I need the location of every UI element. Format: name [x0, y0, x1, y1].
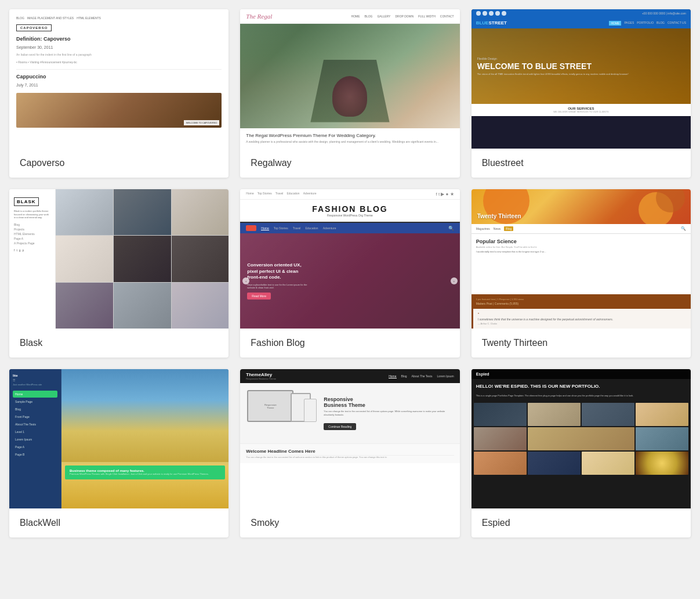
fashionblog-topbar: HomeTop StoriesTravelEducationAdventure … — [240, 189, 459, 200]
blask-nav-blog: Blog — [14, 223, 50, 226]
blask-photo-1 — [56, 189, 113, 235]
smoky-cta-button[interactable]: Continue Reading — [324, 423, 356, 430]
blask-logo: BLASK — [14, 197, 39, 206]
regalway-hero — [240, 24, 459, 128]
theme-card-blask[interactable]: BLASK Blask is a modern portfolio theme … — [9, 189, 229, 358]
bluestreet-nav: BLUESTREET HOME PAGESPORTFOLIOBLOGCONTAC… — [471, 17, 691, 28]
theme-card-smoky[interactable]: ThemeAlley Responsive Business Theme Hom… — [240, 369, 459, 537]
blask-social: f t g p — [14, 248, 50, 252]
blackwell-site-sub: Just another WordPress site — [13, 383, 57, 386]
capoverso-cta: WELCOME TO CAPOVERSO — [184, 120, 220, 125]
blackwell-menu-level[interactable]: Level 1 — [13, 428, 57, 435]
blackwell-menu-sample[interactable]: Sample Page — [13, 398, 57, 405]
fashionblog-prev-arrow[interactable]: ‹ — [242, 277, 249, 284]
bluestreet-nav-items: HOME PAGESPORTFOLIOBLOGCONTACT US — [609, 21, 686, 26]
espied-subtext: This is a single page Portfolios Page Te… — [471, 394, 691, 400]
blackwell-hero-image — [61, 369, 229, 462]
theme-preview-blackwell: lite ☰ Just another WordPress site Home … — [9, 369, 229, 508]
blackwell-site-title: lite — [13, 374, 57, 377]
espied-photo-11 — [636, 452, 688, 475]
bluestreet-contact: +00 000 000 0000 | info@site.com — [642, 12, 686, 15]
smoky-laptop: ResponsiveTheme — [247, 390, 293, 422]
smoky-nav: ThemeAlley Responsive Business Theme Hom… — [240, 369, 459, 383]
theme-preview-smoky: ThemeAlley Responsive Business Theme Hom… — [240, 369, 459, 508]
smoky-welcome: Welcome Headline Comes Here You can chan… — [240, 443, 459, 463]
smoky-devices: ResponsiveTheme — [247, 390, 317, 436]
blask-description: Blask is a modern portfolio theme focuse… — [14, 210, 50, 219]
espied-photo-4 — [636, 403, 688, 426]
smoky-logo: ThemeAlley — [246, 372, 276, 377]
espied-photo-6 — [528, 427, 634, 450]
blask-photo-7 — [56, 283, 113, 329]
theme-card-twentythirteen[interactable]: Twenty Thirteen MagazinesNewsBlog 🔍 Popu… — [471, 189, 691, 358]
blask-photo-grid — [56, 189, 229, 329]
theme-card-bluestreet[interactable]: +00 000 000 0000 | info@site.com BLUESTR… — [471, 9, 691, 178]
blackwell-menu-front[interactable]: Front Page — [13, 413, 57, 420]
regalway-tagline: The Regal WordPress Premium Theme For We… — [246, 133, 454, 138]
bluestreet-services: OUR SERVICES WE DELIVER GREAT SERVICES T… — [471, 104, 691, 116]
theme-grid: BLOGIMAGE PLACEMENT AND STYLESHTML ELEME… — [9, 9, 691, 537]
espied-photo-2 — [528, 403, 581, 426]
theme-preview-bluestreet: +00 000 000 0000 | info@site.com BLUESTR… — [471, 9, 691, 149]
bluestreet-hero: Flexible Design WELCOME TO BLUE STREET T… — [471, 28, 691, 104]
blask-nav-page: A Projects Page — [14, 241, 50, 245]
espied-photo-8 — [474, 452, 527, 475]
theme-label-espied: Espied — [471, 508, 691, 537]
bluestreet-services-text: WE DELIVER GREAT SERVICES TO OUR CLIENTS — [476, 110, 686, 113]
theme-label-fashionblog: Fashion Blog — [240, 329, 459, 358]
twentythirteen-quote: I sometimes think that the universe is a… — [478, 317, 686, 321]
fashionblog-next-arrow[interactable]: › — [451, 277, 458, 284]
theme-card-blackwell[interactable]: lite ☰ Just another WordPress site Home … — [9, 369, 229, 537]
capoverso-hero-image: WELCOME TO CAPOVERSO — [16, 93, 222, 128]
theme-preview-regalway: The Regal HOMEBLOGGALLERYDROP DOWNFULL W… — [240, 9, 459, 149]
blask-photo-2 — [114, 189, 171, 235]
espied-headline: HELLO! WE'RE ESPIED. THIS IS OUR NEW POR… — [471, 379, 691, 394]
blackwell-menu-about[interactable]: About The Tests — [13, 421, 57, 428]
smoky-hero-content: ResponsiveBusiness Theme You can change … — [324, 396, 452, 430]
blask-photo-6 — [172, 236, 229, 282]
twentythirteen-brown-band: 1 per featured item | 1 Response | 1,951… — [471, 294, 691, 309]
theme-label-blask: Blask — [9, 329, 229, 358]
twentythirteen-post-meta: Available online for free. But Simple. Y… — [476, 246, 686, 248]
capoverso-post1-text: An Italian word for the indent in the fi… — [16, 53, 222, 57]
bluestreet-social — [476, 11, 506, 16]
theme-label-twentythirteen: Twenty Thirteen — [471, 329, 691, 358]
fashionblog-cta-button[interactable]: Read More — [247, 293, 271, 300]
theme-preview-twentythirteen: Twenty Thirteen MagazinesNewsBlog 🔍 Popu… — [471, 189, 691, 329]
espied-photo-5 — [474, 427, 527, 450]
regalway-logo: The Regal — [246, 13, 272, 20]
blackwell-menu-pageb[interactable]: Page B — [13, 451, 57, 458]
blackwell-menu-blog[interactable]: Blog — [13, 406, 57, 413]
smoky-phone — [304, 399, 317, 422]
fashionblog-search-icon: 🔍 — [448, 226, 454, 231]
theme-card-regalway[interactable]: The Regal HOMEBLOGGALLERYDROP DOWNFULL W… — [240, 9, 459, 178]
espied-photo-7 — [636, 427, 688, 450]
theme-preview-espied: Espied HELLO! WE'RE ESPIED. THIS IS OUR … — [471, 369, 691, 508]
bluestreet-subtext: The vision of the all TIME innovation fl… — [477, 73, 685, 75]
theme-card-fashionblog[interactable]: HomeTop StoriesTravelEducationAdventure … — [240, 189, 459, 358]
bluestreet-tagline: Flexible Design — [477, 57, 685, 60]
blackwell-menu-lorem[interactable]: Lorem Ipsum — [13, 436, 57, 443]
blask-photo-8 — [114, 283, 171, 329]
theme-card-espied[interactable]: Espied HELLO! WE'RE ESPIED. THIS IS OUR … — [471, 369, 691, 537]
fashionblog-nav: Home Top Stories Travel Education Advent… — [240, 223, 459, 233]
blackwell-menu-pagea[interactable]: Page A — [13, 443, 57, 450]
blackwell-main: Business theme composed of many features… — [61, 369, 229, 508]
regalway-nav-items: HOMEBLOGGALLERYDROP DOWNFULL WIDTHCONTAC… — [351, 15, 454, 18]
espied-photo-10 — [582, 452, 634, 475]
twentythirteen-post-title: Popular Science — [476, 239, 686, 244]
bluestreet-headline: WELCOME TO BLUE STREET — [477, 62, 685, 71]
blask-nav-html: HTML Elements — [14, 232, 50, 236]
blask-photo-9 — [172, 283, 229, 329]
twentythirteen-nav: MagazinesNewsBlog 🔍 — [471, 224, 691, 234]
capoverso-post1-title: Definition: Capoverso — [16, 36, 222, 42]
theme-label-capoverso: Capoverso — [9, 149, 229, 178]
twentythirteen-post-excerpt: I accidentally tried a new template that… — [476, 250, 686, 254]
twentythirteen-site-title: Twenty Thirteen — [477, 213, 521, 219]
espied-photo-3 — [582, 403, 634, 426]
blackwell-menu-home[interactable]: Home — [13, 391, 57, 398]
blask-nav-projects: Projects — [14, 228, 50, 231]
smoky-footer-text: You can change the text in the connected… — [246, 455, 454, 459]
capoverso-logo: CAPOVERSO — [16, 24, 52, 31]
theme-card-capoverso[interactable]: BLOGIMAGE PLACEMENT AND STYLESHTML ELEME… — [9, 9, 229, 178]
